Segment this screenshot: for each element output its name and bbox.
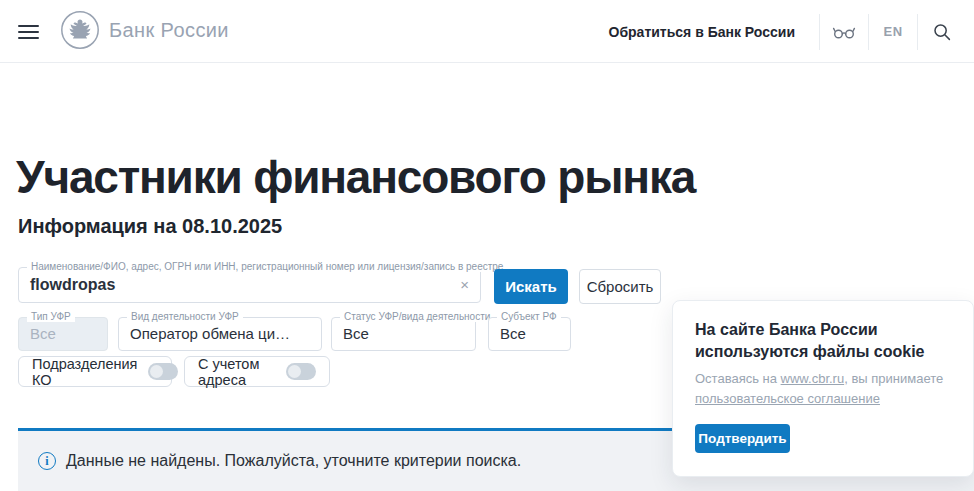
header: Банк России Обратиться в Банк России EN <box>0 0 974 63</box>
toggle-with-address[interactable]: С учетом адреса <box>184 356 330 387</box>
accessibility-glasses-icon[interactable] <box>820 24 868 40</box>
cookie-text: Оставаясь на <box>695 371 781 386</box>
cookie-confirm-button[interactable]: Подтвердить <box>695 424 790 453</box>
cookie-body: Оставаясь на www.cbr.ru, вы принимаете п… <box>695 369 945 409</box>
filter-value: Все <box>19 318 107 350</box>
search-button[interactable]: Искать <box>494 269 568 304</box>
filter-status[interactable]: Статус УФР/вида деятельности Все <box>331 317 476 351</box>
filter-label: Субъект РФ <box>497 311 561 322</box>
language-switch[interactable]: EN <box>869 24 917 39</box>
search-input-value: flowdropas <box>19 268 480 302</box>
info-date: Информация на 08.10.2025 <box>18 215 282 238</box>
clear-input-icon[interactable]: × <box>460 268 469 302</box>
cbr-site-link[interactable]: www.cbr.ru <box>781 371 845 386</box>
header-actions: Обратиться в Банк России EN <box>609 0 966 63</box>
brand-name: Банк России <box>109 19 229 42</box>
filter-value: Все <box>489 318 570 350</box>
filter-ufr-type: Тип УФР Все <box>18 317 108 351</box>
page-title: Участники финансового рынка <box>16 151 695 204</box>
toggle-label: С учетом адреса <box>198 356 275 388</box>
search-input[interactable]: Наименование/ФИО, адрес, ОГРН или ИНН, р… <box>18 267 481 303</box>
filter-label: Вид деятельности УФР <box>127 311 243 322</box>
reset-button[interactable]: Сбросить <box>579 269 661 304</box>
filter-label: Статус УФР/вида деятельности <box>340 311 494 322</box>
alert-message: Данные не найдены. Пожалуйста, уточните … <box>66 452 521 470</box>
cookie-text: , вы принимаете <box>844 371 943 386</box>
user-agreement-link[interactable]: пользовательское соглашение <box>695 391 880 406</box>
menu-icon[interactable] <box>18 25 39 39</box>
eagle-emblem-icon <box>60 10 100 50</box>
filter-value: Оператор обмена цифровых ... <box>119 318 321 350</box>
info-icon: i <box>38 452 56 470</box>
filter-activity-kind[interactable]: Вид деятельности УФР Оператор обмена циф… <box>118 317 322 351</box>
toggle-ko-subdivisions[interactable]: Подразделения КО <box>18 356 172 387</box>
search-input-label: Наименование/ФИО, адрес, ОГРН или ИНН, р… <box>27 261 507 272</box>
filter-value: Все <box>332 318 475 350</box>
toggle-label: Подразделения КО <box>32 356 137 388</box>
toggle-switch[interactable] <box>286 363 316 380</box>
contact-bank-link[interactable]: Обратиться в Банк России <box>609 24 795 40</box>
bank-logo[interactable]: Банк России <box>60 10 229 50</box>
cookie-consent-panel: На сайте Банка России используются файлы… <box>672 300 974 477</box>
cookie-title: На сайте Банка России используются файлы… <box>695 319 953 363</box>
filter-label: Тип УФР <box>27 311 75 322</box>
filter-region[interactable]: Субъект РФ Все <box>488 317 571 351</box>
search-icon[interactable] <box>918 23 966 41</box>
toggle-switch[interactable] <box>148 363 178 380</box>
